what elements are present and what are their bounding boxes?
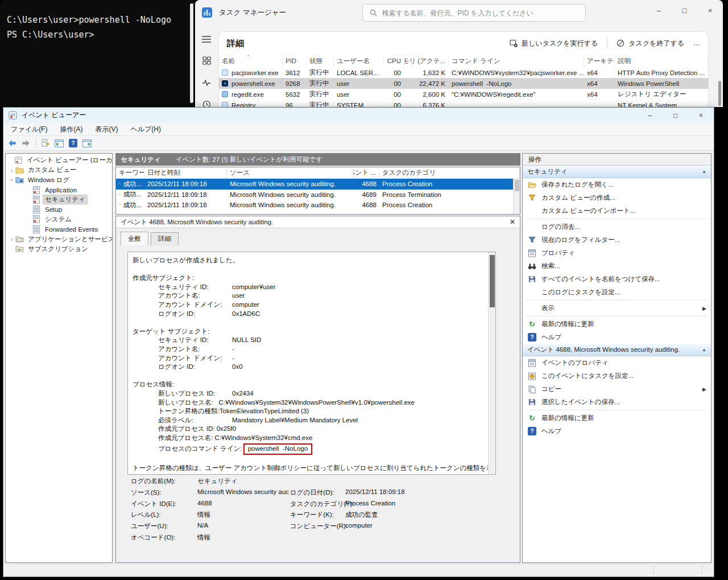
action-open-saved-log[interactable]: 保存されたログを開く... (523, 178, 711, 191)
terminal-scrollbar[interactable] (190, 3, 193, 103)
event-row-selected[interactable]: 成功... 2025/12/11 18:09:18 Microsoft Wind… (116, 179, 520, 190)
action-save-all-events[interactable]: すべてのイベントを名前をつけて保存... (523, 273, 711, 286)
minimize-button[interactable]: – (646, 0, 672, 20)
tree-item-windows-logs[interactable]: › Windows ログ (6, 175, 112, 185)
event-row[interactable]: 成功... 2025/12/11 18:09:18 Microsoft Wind… (116, 190, 520, 200)
action-event-properties[interactable]: イベントのプロパティ (523, 356, 711, 369)
performance-icon[interactable] (202, 79, 211, 87)
task-manager-titlebar[interactable]: タスク マネージャー (202, 7, 286, 18)
column-architecture[interactable]: アーキテク... (584, 55, 615, 67)
tree-item-root[interactable]: イベント ビューアー (ローカル) (6, 155, 112, 165)
tab-details[interactable]: 詳細 (151, 232, 179, 246)
tree-item-custom-views[interactable]: › カスタム ビュー (6, 165, 112, 175)
column-description[interactable]: 説明 (615, 55, 708, 67)
tree-item-subscriptions[interactable]: サブスクリプション (6, 244, 112, 254)
processes-icon[interactable] (202, 56, 211, 65)
tab-general[interactable]: 全般 (121, 232, 148, 245)
event-viewer-icon (9, 111, 17, 120)
tree-item-forwarded-events[interactable]: Forwarded Events (6, 224, 112, 234)
action-section-event-4688[interactable]: イベント 4688, Microsoft Windows security au… (523, 344, 711, 356)
action-save-selected-events[interactable]: 選択したイベントの保存... (523, 396, 711, 409)
menu-icon[interactable] (202, 36, 211, 43)
help-icon[interactable]: ? (69, 139, 77, 147)
terminal-window[interactable]: C:\Users\user>powershell -NoLogo PS C:\U… (0, 0, 193, 106)
search-input[interactable] (382, 9, 578, 17)
column-source[interactable]: ソース (227, 167, 353, 178)
column-name[interactable]: 名前^ (219, 55, 283, 67)
action-properties[interactable]: プロパティ (523, 246, 711, 260)
task-clock-icon (527, 372, 537, 380)
expand-icon[interactable]: › (9, 236, 15, 242)
action-import-custom-view[interactable]: カスタム ビューのインポート... (523, 204, 711, 217)
maximize-button[interactable]: □ (672, 0, 697, 20)
end-task-button[interactable]: タスクを終了する (617, 39, 684, 48)
column-memory[interactable]: メモリ (アクテ... (404, 55, 449, 67)
show-action-pane-icon[interactable] (82, 139, 92, 147)
close-button[interactable]: × (688, 108, 714, 123)
event-list-scrollbar[interactable] (513, 179, 520, 214)
process-row[interactable]: regedit.exe 5632 実行中 user 00 2,600 K "C:… (219, 89, 708, 100)
end-task-icon (617, 39, 624, 47)
action-attach-task-to-log[interactable]: このログにタスクを設定... (523, 286, 711, 299)
search-box[interactable] (362, 4, 586, 22)
collapse-icon[interactable]: ▲ (702, 347, 706, 352)
collapse-icon[interactable]: ▲ (702, 169, 706, 174)
column-status[interactable]: 状態 (307, 55, 334, 67)
menu-file[interactable]: ファイル(F) (11, 125, 47, 134)
action-filter-current-log[interactable]: 現在のログをフィルター... (523, 233, 711, 246)
app-history-icon[interactable] (202, 100, 211, 107)
forward-icon[interactable] (22, 139, 30, 147)
column-keywords[interactable]: キーワード (116, 167, 144, 178)
column-datetime[interactable]: 日付と時刻 (144, 167, 227, 178)
description-scrollbar[interactable] (488, 252, 495, 474)
action-section-security[interactable]: セキュリティ▲ (523, 166, 711, 178)
process-row-selected[interactable]: >powershell.exe 9268 実行中 user 00 22,472 … (219, 78, 708, 89)
back-icon[interactable] (8, 139, 16, 147)
action-copy[interactable]: コピー ▶ (523, 382, 711, 396)
collapse-icon[interactable]: › (9, 177, 15, 183)
close-button[interactable]: × (697, 0, 723, 20)
action-attach-task-to-event[interactable]: このイベントにタスクを設定... (523, 369, 711, 382)
tree-item-application[interactable]: Application (6, 185, 112, 195)
menu-view[interactable]: 表示(V) (95, 125, 118, 134)
action-find[interactable]: 検索... (523, 260, 711, 273)
column-event-id[interactable]: イベント ... (353, 167, 379, 178)
show-console-tree-icon[interactable] (55, 139, 64, 147)
action-help[interactable]: ? ヘルプ (523, 331, 711, 344)
tree-item-setup[interactable]: Setup (6, 204, 112, 214)
event-row[interactable]: 成功... 2025/12/11 18:09:18 Microsoft Wind… (116, 200, 520, 211)
tree-item-app-service-logs[interactable]: › アプリケーションとサービス ログ (6, 234, 112, 244)
tree-item-security[interactable]: セキュリティ (6, 195, 112, 204)
action-clear-log[interactable]: ログの消去... (523, 220, 711, 233)
action-help-event[interactable]: ? ヘルプ (523, 425, 711, 438)
export-log-icon[interactable] (41, 139, 49, 147)
event-viewer-titlebar[interactable]: イベント ビューアー – □ × (3, 108, 714, 123)
column-cmdline[interactable]: コマンド ライン (449, 55, 584, 67)
tree-item-system[interactable]: システム (6, 215, 112, 224)
action-create-custom-view[interactable]: カスタム ビューの作成... (523, 191, 711, 204)
maximize-button[interactable]: □ (663, 108, 688, 123)
minimize-button[interactable]: – (637, 108, 663, 123)
process-row[interactable]: pacjsworker.exe 3612 実行中 LOCAL SER... 00… (219, 67, 708, 78)
more-options-button[interactable]: … (693, 39, 700, 47)
menu-help[interactable]: ヘルプ(H) (130, 125, 161, 134)
event-list-header[interactable]: キーワード 日付と時刻 ソース イベント ... タスクのカテゴリ (116, 167, 520, 179)
action-refresh[interactable]: ↻ 最新の情報に更新 (523, 318, 711, 331)
column-cpu[interactable]: CPU (384, 55, 404, 67)
terminal-prompt[interactable]: PS C:\Users\user> (7, 27, 193, 42)
close-preview-icon[interactable]: ✕ (510, 218, 515, 226)
table-header-row[interactable]: 名前^ PID 状態 ユーザー名 CPU メモリ (アクテ... コマンド ライ… (219, 55, 708, 67)
column-pid[interactable]: PID (283, 55, 307, 67)
task-manager-scrollbar[interactable] (718, 81, 721, 106)
event-description[interactable]: 新しいプロセスが作成されました。 作成元サブジェクト: セキュリティ ID:co… (127, 252, 496, 475)
new-task-icon (510, 39, 518, 47)
process-row[interactable]: Registry 96 実行中 SYSTEM 00 6,376 K NT Ker… (219, 100, 708, 107)
task-manager-icon (202, 7, 212, 18)
expand-icon[interactable]: › (9, 167, 15, 174)
action-view[interactable]: 表示 ▶ (523, 302, 711, 315)
column-user[interactable]: ユーザー名 (334, 55, 384, 67)
run-new-task-button[interactable]: 新しいタスクを実行する (510, 39, 598, 48)
menu-action[interactable]: 操作(A) (60, 125, 82, 134)
column-task-category[interactable]: タスクのカテゴリ (379, 167, 520, 178)
action-refresh-event[interactable]: ↻ 最新の情報に更新 (523, 412, 711, 425)
